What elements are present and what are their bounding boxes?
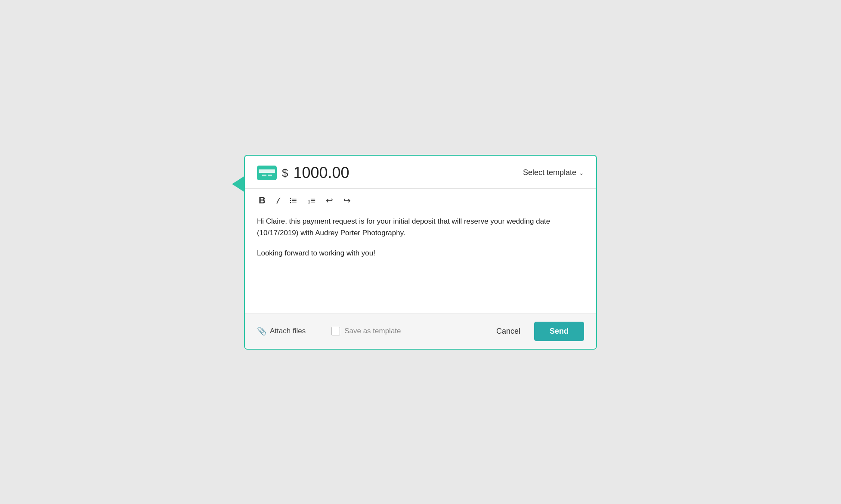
redo-button[interactable]: ↪ bbox=[342, 195, 352, 206]
select-template-button[interactable]: Select template ⌄ bbox=[523, 168, 584, 177]
card-lines bbox=[262, 175, 272, 176]
save-template-text: Save as template bbox=[344, 327, 401, 335]
toolbar: B 𝐼 ⁝≡ ₁≡ ↩ ↪ bbox=[245, 189, 596, 210]
attach-files-label: Attach files bbox=[270, 327, 306, 335]
bold-button[interactable]: B bbox=[257, 195, 267, 206]
message-paragraph-2: Looking forward to working with you! bbox=[257, 247, 584, 259]
message-text: Hi Claire, this payment request is for y… bbox=[257, 215, 584, 259]
ordered-list-icon: ₁≡ bbox=[307, 196, 316, 205]
save-template-label[interactable]: Save as template bbox=[331, 327, 488, 335]
unordered-list-icon: ⁝≡ bbox=[289, 196, 297, 205]
modal-container: $ 1000.00 Select template ⌄ B 𝐼 ⁝≡ ₁≡ bbox=[244, 155, 597, 350]
arrow-tab bbox=[232, 176, 244, 192]
chevron-down-icon: ⌄ bbox=[579, 169, 584, 176]
header-left: $ 1000.00 bbox=[257, 165, 349, 181]
card-line-1 bbox=[262, 175, 266, 176]
modal-header: $ 1000.00 Select template ⌄ bbox=[245, 156, 596, 188]
card-line-2 bbox=[268, 175, 272, 176]
modal-footer: 📎 Attach files Save as template Cancel S… bbox=[245, 313, 596, 349]
italic-button[interactable]: 𝐼 bbox=[274, 195, 281, 206]
modal-wrapper: $ 1000.00 Select template ⌄ B 𝐼 ⁝≡ ₁≡ bbox=[244, 155, 597, 350]
redo-icon: ↪ bbox=[343, 196, 351, 205]
bold-icon: B bbox=[259, 196, 266, 205]
italic-icon: 𝐼 bbox=[276, 196, 279, 205]
send-button[interactable]: Send bbox=[534, 322, 584, 341]
amount-value: 1000.00 bbox=[293, 165, 349, 181]
save-template-checkbox[interactable] bbox=[331, 327, 340, 335]
message-body[interactable]: Hi Claire, this payment request is for y… bbox=[245, 210, 596, 313]
select-template-label: Select template bbox=[523, 168, 576, 177]
cancel-button[interactable]: Cancel bbox=[488, 323, 529, 339]
paperclip-icon: 📎 bbox=[257, 326, 266, 336]
unordered-list-button[interactable]: ⁝≡ bbox=[288, 195, 299, 206]
dollar-sign: $ bbox=[282, 167, 288, 178]
message-paragraph-1: Hi Claire, this payment request is for y… bbox=[257, 215, 584, 239]
undo-icon: ↩ bbox=[326, 196, 333, 205]
card-stripe bbox=[259, 169, 275, 173]
attach-files-button[interactable]: 📎 Attach files bbox=[257, 325, 306, 338]
ordered-list-button[interactable]: ₁≡ bbox=[306, 195, 318, 206]
undo-button[interactable]: ↩ bbox=[324, 195, 335, 206]
card-icon bbox=[257, 166, 277, 180]
